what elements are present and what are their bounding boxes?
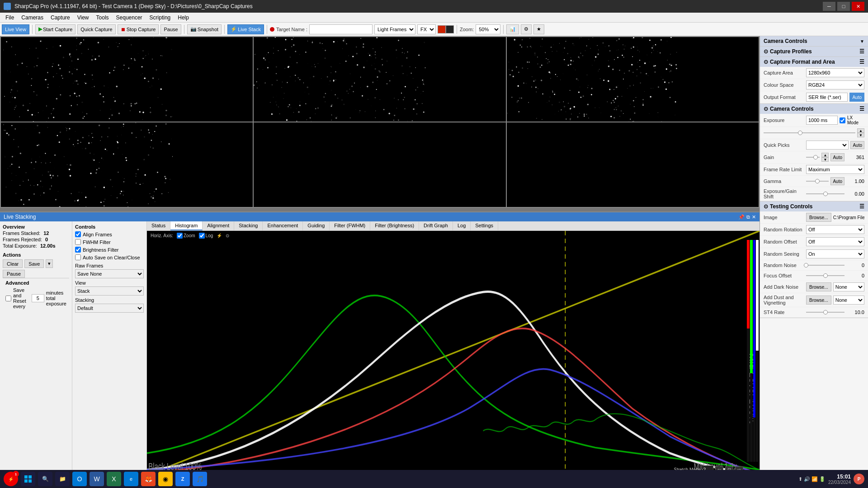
start-capture-button[interactable]: ▶ Start Capture bbox=[35, 24, 75, 34]
save-reset-value[interactable] bbox=[32, 294, 44, 302]
star-button[interactable]: ★ bbox=[533, 24, 544, 34]
maximize-button[interactable]: □ bbox=[837, 2, 850, 11]
menu-file[interactable]: File bbox=[2, 14, 18, 22]
view-select[interactable]: Stack Single bbox=[75, 286, 144, 296]
tab-stacking[interactable]: Stacking bbox=[234, 221, 263, 230]
ls-close-button[interactable]: ✕ bbox=[752, 214, 756, 220]
color-picker-2[interactable] bbox=[446, 25, 454, 33]
close-button[interactable]: ✕ bbox=[852, 2, 864, 11]
tab-settings[interactable]: Settings bbox=[471, 221, 498, 230]
capture-format-menu[interactable]: ☰ bbox=[859, 59, 864, 65]
ls-pin-button[interactable]: 📌 bbox=[738, 214, 745, 220]
random-seeing-select[interactable]: On Off bbox=[806, 249, 864, 258]
clear-button[interactable]: Clear bbox=[3, 259, 23, 268]
menu-help[interactable]: Help bbox=[174, 14, 193, 22]
user-avatar[interactable]: P bbox=[854, 474, 864, 484]
live-stack-button[interactable]: ⚡ Live Stack bbox=[227, 24, 264, 34]
random-offset-select[interactable]: Off On bbox=[806, 237, 864, 246]
dark-noise-select[interactable]: None bbox=[833, 282, 864, 291]
auto-save-checkbox[interactable] bbox=[75, 254, 81, 260]
exposure-input[interactable] bbox=[806, 116, 838, 125]
capture-profiles-menu[interactable]: ☰ bbox=[859, 48, 864, 55]
st4-thumb[interactable] bbox=[823, 310, 828, 314]
tab-filter-brightness[interactable]: Filter (Brightness) bbox=[370, 221, 419, 230]
live-view-button[interactable]: Live View bbox=[2, 24, 29, 34]
lx-mode-checkbox[interactable] bbox=[840, 117, 845, 123]
menu-sequencer[interactable]: Sequencer bbox=[113, 14, 146, 22]
dark-noise-browse-button[interactable]: Browse... bbox=[806, 282, 831, 291]
tab-status[interactable]: Status bbox=[147, 221, 170, 230]
gain-down-button[interactable]: ▼ bbox=[821, 157, 829, 162]
tab-alignment[interactable]: Alignment bbox=[203, 221, 234, 230]
target-name-input[interactable] bbox=[309, 24, 373, 34]
camera-controls-collapse[interactable]: ▼ bbox=[860, 39, 864, 44]
tab-guiding[interactable]: Guiding bbox=[303, 221, 330, 230]
gain-up-button[interactable]: ▲ bbox=[821, 153, 829, 157]
rn-thumb[interactable] bbox=[804, 263, 808, 267]
tab-filter-fwhm[interactable]: Filter (FWHM) bbox=[330, 221, 370, 230]
taskbar-excel-button[interactable]: X bbox=[107, 472, 121, 486]
tab-drift-graph[interactable]: Drift Graph bbox=[419, 221, 453, 230]
tab-enhancement[interactable]: Enhancement bbox=[263, 221, 303, 230]
taskbar-outlook-button[interactable]: O bbox=[72, 472, 87, 486]
brightness-filter-checkbox[interactable] bbox=[75, 247, 81, 253]
colour-space-select[interactable]: RGB24 RAW16 bbox=[806, 80, 864, 89]
fx-select[interactable]: FX bbox=[417, 24, 436, 34]
minimize-button[interactable]: ─ bbox=[823, 2, 835, 11]
fwhm-filter-checkbox[interactable] bbox=[75, 239, 81, 245]
gamma-slider-thumb[interactable] bbox=[815, 179, 820, 183]
zoom-checkbox[interactable] bbox=[177, 233, 183, 239]
hist-menu-icon[interactable]: ⊙ bbox=[226, 233, 229, 238]
tab-histogram[interactable]: Histogram bbox=[170, 221, 203, 230]
gain-auto-button[interactable]: Auto bbox=[830, 153, 844, 161]
quick-picks-auto-button[interactable]: Auto bbox=[850, 141, 864, 149]
taskbar-search-button[interactable]: 🔍 bbox=[38, 472, 52, 486]
chart-button[interactable]: 📊 bbox=[506, 24, 519, 34]
quick-picks-select[interactable] bbox=[806, 141, 849, 150]
frame-rate-select[interactable]: Maximum 30 fps 15 fps bbox=[806, 165, 864, 174]
taskbar-start-button[interactable] bbox=[21, 472, 35, 486]
taskbar-chrome-button[interactable]: ◉ bbox=[158, 472, 173, 486]
frame-type-select[interactable]: Light Frames Dark Frames Flat Frames bbox=[374, 24, 415, 34]
snapshot-button[interactable]: 📷 Snapshot bbox=[187, 24, 222, 34]
ls-float-button[interactable]: ⧉ bbox=[746, 214, 750, 220]
egs-slider-thumb[interactable] bbox=[823, 192, 828, 196]
taskbar-firefox-button[interactable]: 🦊 bbox=[141, 472, 156, 486]
gain-slider-thumb[interactable] bbox=[813, 155, 818, 160]
pause-button[interactable]: Pause bbox=[160, 24, 181, 34]
exposure-up-button[interactable]: ▲ bbox=[857, 128, 864, 133]
dust-browse-button[interactable]: Browse... bbox=[806, 296, 831, 305]
save-button[interactable]: Save bbox=[24, 259, 44, 268]
taskbar-word-button[interactable]: W bbox=[90, 472, 104, 486]
menu-tools[interactable]: Tools bbox=[93, 14, 113, 22]
exposure-slider-thumb[interactable] bbox=[798, 131, 802, 135]
gamma-auto-button[interactable]: Auto bbox=[830, 177, 844, 185]
save-reset-checkbox[interactable] bbox=[5, 296, 11, 301]
output-format-input[interactable] bbox=[806, 93, 848, 102]
align-frames-checkbox[interactable] bbox=[75, 231, 81, 237]
zoom-select[interactable]: 50% 25% 100% Fit bbox=[476, 24, 500, 34]
taskbar-icon-1[interactable]: ⚡ 1 bbox=[4, 472, 18, 486]
capture-area-select[interactable]: 1280x960 640x480 bbox=[806, 68, 864, 77]
color-picker-1[interactable] bbox=[438, 25, 446, 33]
taskbar-files-button[interactable]: 📁 bbox=[55, 472, 70, 486]
image-browse-button[interactable]: Browse... bbox=[806, 213, 831, 222]
exposure-down-button[interactable]: ▼ bbox=[857, 133, 864, 137]
random-rotation-select[interactable]: Off On bbox=[806, 225, 864, 234]
dust-select[interactable]: None bbox=[833, 296, 864, 305]
tab-log[interactable]: Log bbox=[453, 221, 471, 230]
stop-capture-button[interactable]: ⏹ Stop Capture bbox=[118, 24, 159, 34]
log-checkbox[interactable] bbox=[199, 233, 205, 239]
menu-capture[interactable]: Capture bbox=[47, 14, 74, 22]
raw-frames-select[interactable]: Save None Save All bbox=[75, 269, 144, 278]
camera-section-menu[interactable]: ☰ bbox=[859, 106, 864, 112]
menu-view[interactable]: View bbox=[74, 14, 93, 22]
menu-cameras[interactable]: Cameras bbox=[18, 14, 47, 22]
quick-capture-button[interactable]: Quick Capture bbox=[77, 24, 115, 34]
settings-icon-button[interactable]: ⚙ bbox=[521, 24, 532, 34]
menu-scripting[interactable]: Scripting bbox=[146, 14, 175, 22]
save-dropdown-button[interactable]: ▾ bbox=[46, 259, 53, 268]
testing-controls-menu[interactable]: ☰ bbox=[859, 203, 864, 210]
fo-thumb[interactable] bbox=[823, 273, 828, 278]
taskbar-edge-button[interactable]: e bbox=[124, 472, 138, 486]
